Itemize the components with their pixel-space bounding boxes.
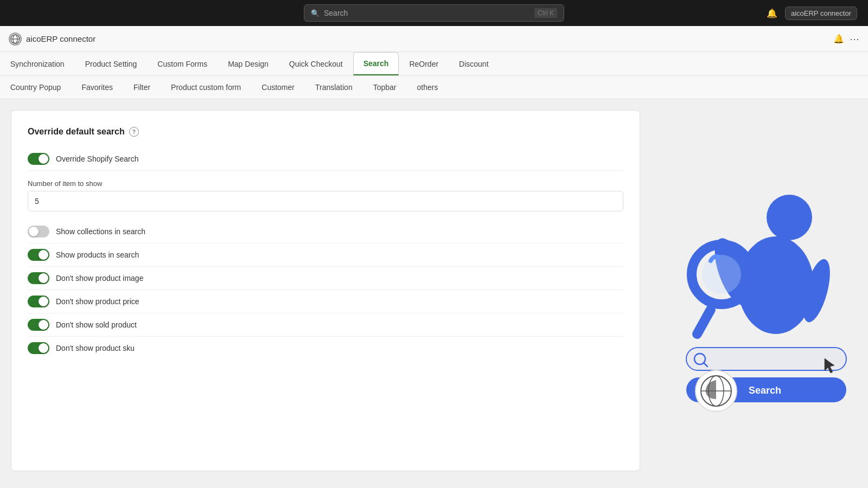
tab-row-2: Country PopupFavoritesFilterProduct cust… [0,76,868,99]
app-title-group: aicoERP connector [9,33,95,46]
tab-discount[interactable]: Discount [449,53,499,75]
tab-row-1: SynchronizationProduct SettingCustom For… [0,52,868,76]
toggle-row-dont-show-sku: Don't show product sku [28,337,623,359]
header-more-button[interactable]: ⋯ [850,33,859,45]
topbar-search-text: Search [324,9,530,17]
svg-text:Search: Search [749,385,781,396]
toggle-label-show-collections: Show collections in search [56,227,145,236]
app-header: aicoERP connector 🔔 ⋯ [0,26,868,52]
main-content: Override default search ? Override Shopi… [0,99,868,482]
toggle-dont-show-image[interactable] [28,272,49,284]
tab-reorder[interactable]: ReOrder [399,53,449,75]
topbar-search-icon: 🔍 [311,9,320,17]
tab-customer[interactable]: Customer [251,76,305,99]
topbar-right: 🔔 aicoERP connector [764,6,857,21]
svg-point-3 [767,195,812,240]
toggle-dont-show-price[interactable] [28,296,49,307]
settings-card: Override default search ? Override Shopi… [11,110,640,471]
header-actions: 🔔 ⋯ [833,33,859,45]
toggle-row-override-shopify: Override Shopify Search [28,147,623,171]
topbar: 🔍 Search Ctrl K 🔔 aicoERP connector [0,0,868,26]
tab-custom-forms[interactable]: Custom Forms [147,53,218,75]
tab-topbar[interactable]: Topbar [363,76,407,99]
tab-search[interactable]: Search [353,52,399,75]
toggle-label-dont-show-image: Don't show product image [56,274,143,282]
toggle-dont-show-sku[interactable] [28,342,49,354]
settings-fields: Override Shopify SearchNumber of item to… [28,147,623,359]
tab-quick-checkout[interactable]: Quick Checkout [279,53,353,75]
topbar-shortcut: Ctrl K [534,8,557,18]
tab-translation[interactable]: Translation [305,76,363,99]
app-name-label: aicoERP connector [26,34,95,43]
toggle-row-dont-show-image: Don't show product image [28,267,623,290]
tab-synchronization[interactable]: Synchronization [0,53,75,75]
toggle-label-dont-show-sold: Don't show sold product [56,320,137,329]
toggle-row-dont-show-price: Don't show product price [28,290,623,313]
header-bell-button[interactable]: 🔔 [833,34,844,44]
svg-point-9 [702,255,741,294]
toggle-show-collections[interactable] [28,226,49,237]
topbar-user-badge[interactable]: aicoERP connector [785,7,857,20]
tab-product-custom-form[interactable]: Product custom form [161,76,251,99]
tab-favorites[interactable]: Favorites [71,76,123,99]
tab-container: SynchronizationProduct SettingCustom For… [0,52,868,99]
app-icon [9,33,22,46]
toggle-show-products[interactable] [28,249,49,261]
toggle-dont-show-sold[interactable] [28,319,49,331]
toggle-label-dont-show-price: Don't show product price [56,297,139,306]
globe-icon [10,34,21,44]
tab-filter[interactable]: Filter [123,76,161,99]
toggle-label-show-products: Show products in search [56,251,139,259]
search-illustration: Search [656,166,852,415]
section-title: Override default search ? [28,127,623,137]
svg-line-7 [697,310,711,334]
tab-country-popup[interactable]: Country Popup [0,76,71,99]
topbar-bell-button[interactable]: 🔔 [764,6,780,21]
tab-map-design[interactable]: Map Design [218,53,279,75]
toggle-row-show-products: Show products in search [28,243,623,267]
toggle-label-dont-show-sku: Don't show product sku [56,344,135,352]
number-input-label: Number of item to show [28,179,623,188]
illustration-area: Search [651,110,857,471]
tab-product-setting[interactable]: Product Setting [75,53,148,75]
svg-rect-10 [686,348,846,370]
toggle-label-override-shopify: Override Shopify Search [56,155,139,163]
toggle-row-show-collections: Show collections in search [28,220,623,243]
section-title-text: Override default search [28,127,125,137]
topbar-search[interactable]: 🔍 Search Ctrl K [304,4,564,22]
tab-others[interactable]: others [407,76,449,99]
number-input-group: Number of item to show [28,179,623,211]
help-icon[interactable]: ? [129,127,139,137]
number-of-items-input[interactable] [28,191,623,211]
toggle-row-dont-show-sold: Don't show sold product [28,313,623,337]
toggle-override-shopify[interactable] [28,153,49,165]
